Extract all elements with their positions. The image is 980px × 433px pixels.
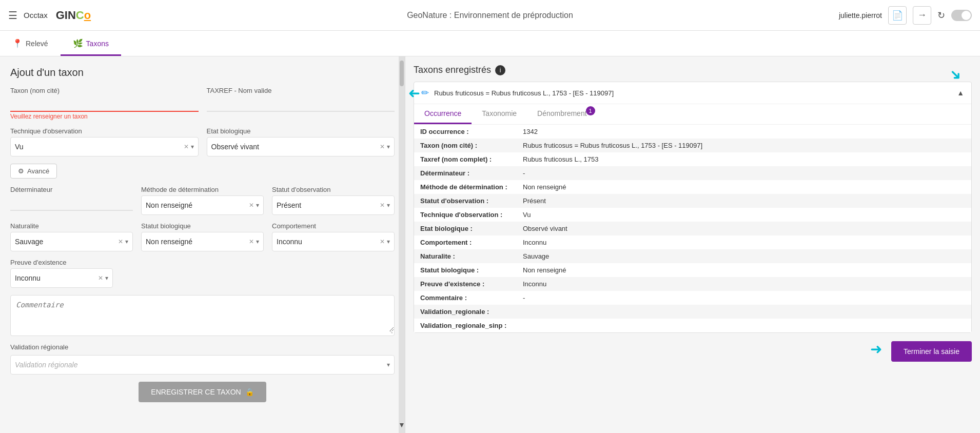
technique-value: Vu xyxy=(15,143,184,151)
comportement-select[interactable]: Inconnu ✕ ▾ xyxy=(272,232,395,251)
occ-row: Commentaire :- xyxy=(414,291,971,305)
occ-value: Observé vivant xyxy=(523,225,567,232)
menu-icon[interactable]: ☰ xyxy=(8,9,17,22)
submit-area: ENREGISTRER CE TAXON 🔒 xyxy=(10,382,395,402)
refresh-icon[interactable]: ↻ xyxy=(937,10,945,21)
statut-obs-arrow-icon[interactable]: ▾ xyxy=(387,202,390,209)
edit-taxon-button[interactable]: ✏ xyxy=(421,87,429,99)
terminer-button[interactable]: Terminer la saisie xyxy=(891,341,972,362)
occ-row: Etat biologique :Observé vivant xyxy=(414,222,971,235)
occ-row: ID occurrence :1342 xyxy=(414,125,971,139)
preuve-label: Preuve d'existence xyxy=(10,259,113,266)
occ-row: Taxon (nom cité) :Rubus fruticosus = Rub… xyxy=(414,139,971,152)
occ-row: Méthode de détermination :Non renseigné xyxy=(414,180,971,194)
preuve-select[interactable]: Inconnu ✕ ▾ xyxy=(10,268,113,288)
etat-clear[interactable]: ✕ xyxy=(380,143,385,150)
releve-icon: 📍 xyxy=(12,38,23,48)
occurrence-table: ID occurrence :1342Taxon (nom cité) :Rub… xyxy=(414,125,971,332)
ginco-c: C xyxy=(76,9,84,22)
submit-label: ENREGISTRER CE TAXON xyxy=(151,388,241,396)
technique-arrow-icon[interactable]: ▾ xyxy=(191,143,194,150)
advanced-button[interactable]: ⚙ Avancé xyxy=(10,164,57,179)
occ-label: Déterminateur : xyxy=(420,169,523,177)
occ-row: Statut d'observation :Présent xyxy=(414,194,971,208)
tab-occurrence[interactable]: Occurrence xyxy=(414,104,472,124)
right-panel: Taxons enregistrés i ➜ ➜ ✏ Rubus frutico… xyxy=(405,56,980,433)
technique-etat-row: Technique d'observation Vu ✕ ▾ Etat biol… xyxy=(10,127,395,156)
commentaire-group: ⤡ xyxy=(10,295,395,336)
comportement-clear[interactable]: ✕ xyxy=(380,238,385,245)
statut-obs-select[interactable]: Présent ✕ ▾ xyxy=(272,195,395,215)
statut-bio-label: Statut biologique xyxy=(141,222,264,230)
occ-value: Présent xyxy=(523,197,546,205)
scroll-down-icon[interactable]: ▼ xyxy=(398,421,405,429)
technique-group: Technique d'observation Vu ✕ ▾ xyxy=(10,127,199,156)
commentaire-textarea[interactable] xyxy=(11,296,394,331)
info-icon[interactable]: i xyxy=(495,65,505,75)
occ-row: Statut biologique :Non renseigné xyxy=(414,263,971,277)
occ-value: - xyxy=(523,169,525,177)
taxon-card-header: ✏ Rubus fruticosus = Rubus fruticosus L.… xyxy=(414,82,971,104)
statut-bio-arrow-icon[interactable]: ▾ xyxy=(256,238,259,245)
tab-releve-label: Relevé xyxy=(26,40,48,48)
determinateur-group: Déterminateur xyxy=(10,186,133,211)
etat-arrow-icon[interactable]: ▾ xyxy=(387,143,390,150)
methode-label: Méthode de détermination xyxy=(141,186,264,193)
statut-bio-select[interactable]: Non renseigné ✕ ▾ xyxy=(141,232,264,251)
methode-arrow-icon[interactable]: ▾ xyxy=(256,202,259,209)
taxons-registered-label: Taxons enregistrés xyxy=(414,65,491,75)
det-methode-statut-row: Déterminateur Méthode de détermination N… xyxy=(10,186,395,215)
validation-arrow-icon[interactable]: ▾ xyxy=(387,361,390,368)
toggle-switch[interactable] xyxy=(951,10,972,21)
occ-value: 1342 xyxy=(523,128,538,135)
tab-taxonomie[interactable]: Taxonomie xyxy=(472,104,527,124)
taxref-group: TAXREF - Nom valide xyxy=(207,87,395,112)
submit-button[interactable]: ENREGISTRER CE TAXON 🔒 xyxy=(139,382,266,402)
naturalite-arrow-icon[interactable]: ▾ xyxy=(125,238,128,245)
occ-row: Naturalite :Sauvage xyxy=(414,249,971,263)
statut-bio-clear[interactable]: ✕ xyxy=(249,238,254,245)
naturalite-clear[interactable]: ✕ xyxy=(118,238,123,245)
occ-value: Non renseigné xyxy=(523,266,566,274)
collapse-icon[interactable]: ▲ xyxy=(957,89,964,97)
comportement-arrow-icon[interactable]: ▾ xyxy=(387,238,390,245)
determinateur-input[interactable] xyxy=(10,195,133,211)
occ-row: Validation_regionale : xyxy=(414,305,971,319)
navbar-right: juliette.pierrot 📄 → ↻ xyxy=(839,6,972,25)
profile-icon-btn[interactable]: 📄 xyxy=(888,6,907,25)
taxref-input[interactable] xyxy=(207,96,395,112)
preuve-row: Preuve d'existence Inconnu ✕ ▾ xyxy=(10,259,395,288)
preuve-clear[interactable]: ✕ xyxy=(98,274,103,282)
taxon-input[interactable] xyxy=(10,96,199,112)
occ-label: Preuve d'existence : xyxy=(420,280,523,288)
tab-denombrement[interactable]: Dénombrement 1 xyxy=(527,104,597,124)
occ-label: Validation_regionale_sinp : xyxy=(420,322,523,329)
tab-taxons[interactable]: 🌿 Taxons xyxy=(61,32,121,56)
statut-bio-value: Non renseigné xyxy=(146,238,249,246)
technique-select[interactable]: Vu ✕ ▾ xyxy=(10,137,199,156)
logout-icon-btn[interactable]: → xyxy=(913,6,931,25)
naturalite-value: Sauvage xyxy=(15,238,118,246)
technique-clear[interactable]: ✕ xyxy=(184,143,189,150)
left-arrow-indicator: ➜ xyxy=(408,85,420,102)
statut-obs-value: Présent xyxy=(277,201,380,209)
navbar-left: ☰ Occtax GINCo xyxy=(8,9,91,22)
left-scrollbar[interactable]: ▼ xyxy=(399,56,405,433)
tab-releve[interactable]: 📍 Relevé xyxy=(0,32,61,56)
occ-label: Taxref (nom complet) : xyxy=(420,155,523,163)
methode-select[interactable]: Non renseigné ✕ ▾ xyxy=(141,195,264,215)
occ-value: Rubus fruticosus = Rubus fruticosus L., … xyxy=(523,142,702,149)
occ-label: Méthode de détermination : xyxy=(420,183,523,191)
occ-row: Comportement :Inconnu xyxy=(414,235,971,249)
etat-select[interactable]: Observé vivant ✕ ▾ xyxy=(207,137,395,156)
technique-label: Technique d'observation xyxy=(10,127,199,135)
scrollbar-thumb xyxy=(400,61,404,86)
naturalite-select[interactable]: Sauvage ✕ ▾ xyxy=(10,232,133,251)
preuve-value: Inconnu xyxy=(15,274,98,282)
validation-select[interactable]: Validation régionale ▾ xyxy=(10,355,395,375)
lock-icon: 🔒 xyxy=(245,388,254,396)
preuve-arrow-icon[interactable]: ▾ xyxy=(105,274,108,282)
statut-obs-clear[interactable]: ✕ xyxy=(380,202,385,209)
section-title: Ajout d'un taxon xyxy=(10,67,395,78)
methode-clear[interactable]: ✕ xyxy=(249,202,254,209)
